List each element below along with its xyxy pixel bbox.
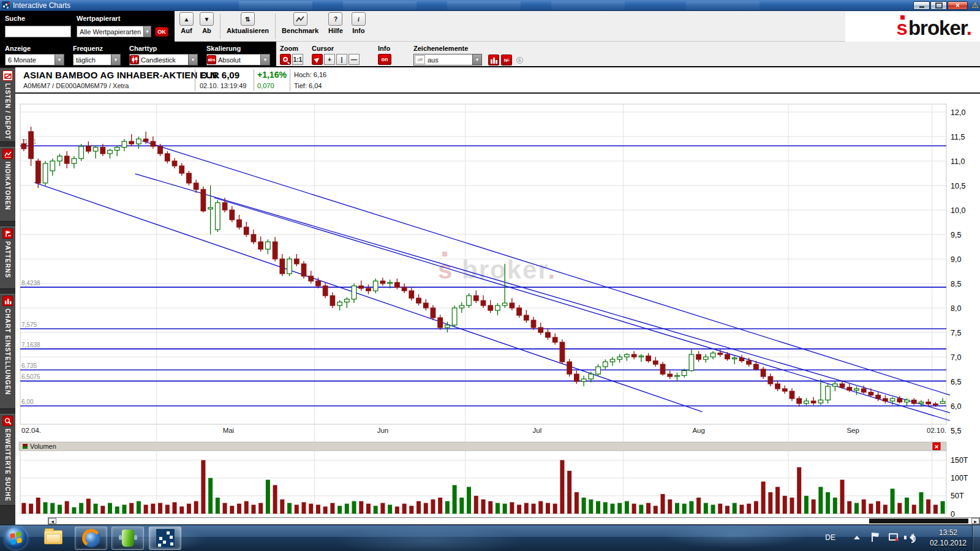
bars-icon <box>491 57 497 64</box>
zoom-in-button[interactable] <box>280 54 291 65</box>
taskbar-item-explorer[interactable] <box>44 530 62 544</box>
scroll-left-arrow[interactable]: ◀ <box>48 518 56 524</box>
benchmark-button[interactable] <box>293 12 307 26</box>
search-section: Suche Wertpapierart Alle Wertpapierarten… <box>0 11 175 42</box>
ok-button[interactable]: OK <box>155 27 168 37</box>
svg-text:9,0: 9,0 <box>951 255 961 264</box>
stock-price: EUR 6,09 <box>200 70 239 80</box>
scrollbar-thumb[interactable] <box>869 519 968 523</box>
hidden-icons-button[interactable] <box>854 536 860 539</box>
sidebar-tab-chart-einstellungen[interactable]: CHART EINSTELLUNGEN <box>0 294 15 409</box>
divider <box>290 69 290 91</box>
svg-text:02.04.: 02.04. <box>21 427 41 434</box>
cursor-vline-button[interactable]: | <box>336 54 347 65</box>
svg-text:8,0: 8,0 <box>951 304 961 313</box>
news-button[interactable]: N≡ <box>501 54 512 66</box>
charttyp-select[interactable]: Candlestick ▼ <box>129 54 198 66</box>
separator <box>220 13 221 39</box>
refresh-group: ⇅ Aktualisieren <box>227 12 269 34</box>
security-warning-icon[interactable]: ⚠ <box>971 1 979 10</box>
svg-text:Sep: Sep <box>846 427 859 434</box>
search-input[interactable] <box>5 26 71 37</box>
sidebar-tab-label: INDIKATOREN <box>4 162 11 211</box>
svg-text:Volumen: Volumen <box>30 443 56 450</box>
skalierung-select[interactable]: abs Absolut ▼ <box>206 54 270 66</box>
cursor-cross-button[interactable]: + <box>324 54 335 65</box>
start-button[interactable] <box>5 527 27 549</box>
chevron-down-icon[interactable]: ▼ <box>472 54 481 65</box>
advanced-search-icon <box>2 416 13 426</box>
window-titlebar: Interactive Charts ⚠ <box>0 0 980 11</box>
zoom-reset-button[interactable]: 1:1 <box>292 54 303 65</box>
scrollbar-track[interactable]: ◀ ▶ <box>48 517 980 525</box>
taskbar-clock[interactable]: 13:52 02.10.2012 <box>930 528 967 549</box>
wertpapierart-select[interactable]: Alle Wertpapierarten ▼ <box>77 26 151 37</box>
info-toggle-group: Info on <box>378 45 391 65</box>
divider <box>254 69 254 91</box>
zeichenelemente-select[interactable]: off aus ▼ <box>413 54 482 66</box>
toolbar-row-2: Anzeige 6 Monate ▼ Frequenz täglich ▼ Ch… <box>0 42 980 66</box>
stock-low: Tief: 6,04 <box>294 82 322 89</box>
svg-text:Mai: Mai <box>223 427 235 434</box>
chevron-down-icon[interactable]: ▼ <box>111 54 120 65</box>
svg-text:10,0: 10,0 <box>951 206 965 215</box>
show-desktop-button[interactable] <box>972 525 980 551</box>
folder-icon <box>44 530 62 544</box>
volume-icon[interactable] <box>904 533 915 542</box>
splits-button[interactable]: S <box>514 54 525 66</box>
help-button[interactable]: ? <box>328 12 342 26</box>
sidebar-tab-listen-depot[interactable]: LISTEN / DEPOT <box>0 69 15 142</box>
chevron-down-icon[interactable]: ▼ <box>55 54 64 65</box>
price-volume-chart[interactable]: s broker.11,318,42387,5757,16386,7356,50… <box>15 95 980 517</box>
network-error-icon[interactable] <box>888 533 898 542</box>
cursor-hline-button[interactable]: — <box>349 54 360 65</box>
auf-button[interactable]: ▲ <box>179 12 194 26</box>
svg-text:8,4238: 8,4238 <box>21 280 40 287</box>
svg-text:02.10.: 02.10. <box>927 427 946 434</box>
info-toggle-button[interactable]: on <box>378 54 391 65</box>
minimize-button[interactable] <box>913 1 930 10</box>
taskbar-item-firefox[interactable] <box>75 527 107 550</box>
indicators-icon <box>2 149 13 159</box>
chart-settings-section: Anzeige 6 Monate ▼ Frequenz täglich ▼ Ch… <box>0 42 275 66</box>
stock-isin: A0M6M7 / DE000A0M6M79 / Xetra <box>23 82 129 89</box>
frequenz-select[interactable]: täglich ▼ <box>73 54 121 66</box>
refresh-button[interactable]: ⇅ <box>241 12 255 26</box>
help-group: ? Hilfe <box>328 12 343 34</box>
chevron-down-icon[interactable]: ▼ <box>188 54 197 65</box>
cursor-arrow-button[interactable] <box>312 54 323 65</box>
ab-button[interactable]: ▼ <box>200 12 214 26</box>
wertpapierart-label: Wertpapierart <box>77 15 120 22</box>
language-indicator[interactable]: DE <box>825 533 835 542</box>
svg-text:10,5: 10,5 <box>951 182 965 190</box>
taskbar-item-messenger[interactable] <box>111 527 144 550</box>
magnifier-icon <box>283 57 288 62</box>
messenger-icon <box>122 530 134 547</box>
chevron-down-icon[interactable]: ▼ <box>260 54 270 65</box>
volume-panel-button[interactable] <box>488 54 499 66</box>
info-button[interactable]: i <box>352 12 366 26</box>
sidebar-tab-label: ERWEITERTE SUCHE <box>4 429 11 501</box>
clock-time: 13:52 <box>930 528 967 538</box>
info-group: i Info <box>352 12 366 34</box>
sidebar-tab-indikatoren[interactable]: INDIKATOREN <box>0 147 15 222</box>
svg-text:50T: 50T <box>951 492 964 500</box>
sidebar-tab-patterns[interactable]: PATTERNS <box>0 227 15 289</box>
chevron-down-icon[interactable]: ▼ <box>143 26 151 37</box>
taskbar-item-chart-app[interactable] <box>149 527 181 550</box>
svg-text:7,1638: 7,1638 <box>21 342 40 348</box>
anzeige-select[interactable]: 6 Monate ▼ <box>5 54 64 66</box>
charttyp-group: Charttyp Candlestick ▼ <box>129 45 198 66</box>
windows-logo-icon <box>10 531 22 545</box>
sidebar-tab-label: LISTEN / DEPOT <box>4 83 11 140</box>
action-center-flag-icon[interactable] <box>872 533 880 542</box>
sidebar-tab-erweiterte-suche[interactable]: ERWEITERTE SUCHE <box>0 414 15 506</box>
svg-text:9,5: 9,5 <box>951 231 961 239</box>
chart-tools-section: Zoom 1:1 Cursor + | — Info on <box>275 42 980 66</box>
abs-icon: abs <box>207 55 216 64</box>
scroll-right-arrow[interactable]: ▶ <box>971 518 979 524</box>
chart-horizontal-scrollbar: ◀ ▶ <box>15 517 980 525</box>
maximize-button[interactable] <box>930 1 947 10</box>
close-button[interactable] <box>948 1 968 10</box>
stock-name: ASIAN BAMBOO AG INHABER-AKTIEN O.N. <box>23 70 220 80</box>
